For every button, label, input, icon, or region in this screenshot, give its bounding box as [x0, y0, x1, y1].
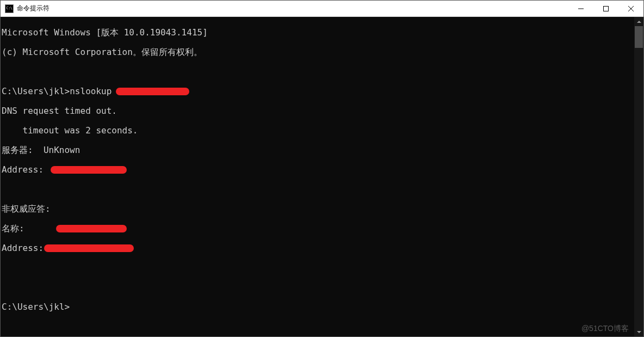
cmd-icon: C:\ [5, 4, 14, 13]
svg-rect-1 [604, 6, 609, 11]
maximize-icon [603, 6, 609, 11]
prompt-line: C:\Users\jkl>nslookup [2, 87, 634, 96]
watermark: @51CTO博客 [581, 323, 629, 333]
output-line: Address: [2, 165, 634, 175]
terminal-output[interactable]: Microsoft Windows [版本 10.0.19043.1415] (… [1, 17, 634, 336]
svg-marker-4 [637, 21, 641, 23]
output-line: Microsoft Windows [版本 10.0.19043.1415] [2, 28, 634, 38]
redaction [51, 166, 127, 174]
window-controls [568, 1, 643, 16]
chevron-down-icon [637, 331, 641, 333]
output-line: DNS request timed out. [2, 106, 634, 116]
output-line: 名称: [2, 224, 634, 234]
prompt-line: C:\Users\jkl> [2, 302, 634, 312]
redaction [116, 88, 189, 95]
output-line [2, 263, 634, 273]
terminal-area: Microsoft Windows [版本 10.0.19043.1415] (… [1, 17, 643, 336]
output-line [2, 67, 634, 77]
output-line: 非权威应答: [2, 204, 634, 214]
output-line: Address: [2, 243, 634, 253]
titlebar[interactable]: C:\ 命令提示符 [1, 1, 643, 17]
output-line: timeout was 2 seconds. [2, 126, 634, 136]
close-icon [628, 6, 634, 11]
maximize-button[interactable] [593, 1, 618, 16]
output-line [2, 185, 634, 194]
vertical-scrollbar[interactable] [634, 17, 643, 336]
scroll-up-button[interactable] [634, 17, 643, 26]
redaction [56, 225, 127, 232]
close-button[interactable] [618, 1, 643, 16]
command-prompt-window: C:\ 命令提示符 Microsoft Windows [版本 10.0.190… [0, 0, 644, 337]
window-title: 命令提示符 [17, 4, 568, 13]
chevron-up-icon [637, 21, 641, 23]
redaction [44, 244, 134, 252]
scroll-down-button[interactable] [634, 327, 643, 336]
scrollbar-thumb[interactable] [635, 26, 643, 48]
minimize-icon [578, 6, 584, 11]
output-line [2, 283, 634, 292]
minimize-button[interactable] [568, 1, 593, 16]
output-line: (c) Microsoft Corporation。保留所有权利。 [2, 47, 634, 57]
output-line: 服务器: UnKnown [2, 145, 634, 155]
svg-marker-5 [637, 331, 641, 333]
